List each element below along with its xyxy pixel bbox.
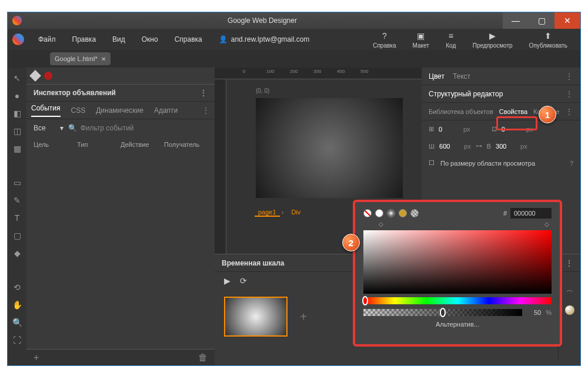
rect-tool[interactable]: ▢ bbox=[11, 230, 23, 241]
window-title: Google Web Designer bbox=[22, 16, 503, 25]
eyedropper-icon[interactable] bbox=[29, 70, 41, 82]
play-button[interactable]: ▶ bbox=[224, 276, 230, 285]
tab-color[interactable]: Цвет bbox=[429, 72, 445, 80]
menu-edit[interactable]: Правка bbox=[65, 35, 103, 43]
chevron-up-icon[interactable]: ︿ bbox=[566, 285, 573, 295]
hex-input[interactable] bbox=[510, 208, 552, 219]
code-icon: ≡ bbox=[446, 31, 456, 41]
tab-events[interactable]: События bbox=[31, 104, 61, 117]
tab-dynamic[interactable]: Динамические bbox=[96, 106, 143, 115]
tab-close-icon[interactable]: ✕ bbox=[101, 56, 106, 62]
pen-tool[interactable]: ✎ bbox=[11, 194, 23, 206]
annotation-badge-2: 2 bbox=[342, 234, 360, 251]
inspector-header: Инспектор объявлений ⋮ bbox=[26, 84, 215, 102]
help-icon: ? bbox=[379, 31, 390, 41]
code-button[interactable]: ≡Код bbox=[437, 31, 465, 49]
keyframe-thumb[interactable] bbox=[224, 297, 288, 337]
tab-text[interactable]: Текст bbox=[453, 72, 470, 80]
hue-slider[interactable] bbox=[363, 297, 552, 304]
height-value[interactable]: 300 bbox=[496, 143, 516, 150]
breadcrumb-elem[interactable]: Div bbox=[289, 209, 303, 216]
tag-tool[interactable]: ▭ bbox=[11, 177, 23, 189]
3d-tool[interactable]: ◧ bbox=[11, 107, 23, 119]
menu-view[interactable]: Вид bbox=[105, 35, 132, 43]
pos-x-value[interactable]: 0 bbox=[439, 126, 459, 133]
alpha-slider[interactable] bbox=[363, 309, 522, 316]
minimize-button[interactable]: — bbox=[503, 12, 529, 29]
layout-icon: ▣ bbox=[416, 31, 426, 41]
annotation-badge-1: 1 bbox=[539, 106, 556, 123]
tab-library[interactable]: Библиотека объектов bbox=[429, 108, 493, 115]
more-icon[interactable]: ⋮ bbox=[565, 107, 573, 116]
more-icon[interactable]: ⋮ bbox=[199, 88, 208, 98]
expand-tool[interactable]: ⛶ bbox=[11, 334, 23, 346]
alpha-value[interactable]: 50 bbox=[527, 309, 541, 316]
stage-element[interactable] bbox=[256, 98, 403, 198]
more-icon[interactable]: ⋮ bbox=[565, 258, 573, 268]
event-headers: Цель Тип Действие Получатель bbox=[26, 137, 215, 152]
swatch-none[interactable] bbox=[363, 209, 372, 217]
loop-button[interactable]: ⟳ bbox=[240, 276, 247, 285]
filter-select[interactable]: Все ▾ bbox=[34, 124, 64, 132]
pos-x-icon: ⊞ bbox=[429, 125, 434, 133]
preview-icon: ▶ bbox=[487, 31, 498, 41]
swatch-black[interactable] bbox=[387, 209, 395, 217]
rotate-tool[interactable]: ⟲ bbox=[11, 281, 23, 293]
tab-properties[interactable]: Свойства bbox=[499, 108, 527, 115]
hue-handle[interactable] bbox=[362, 296, 368, 305]
swatch-checker[interactable] bbox=[410, 209, 419, 217]
add-keyframe-button[interactable]: + bbox=[295, 308, 312, 325]
viewport-checkbox[interactable]: ☐ По размеру области просмотра ? bbox=[422, 154, 580, 172]
menu-file[interactable]: Файл bbox=[31, 35, 63, 43]
gradient-swatch[interactable] bbox=[565, 305, 574, 315]
user-email[interactable]: 👤 and.rew.lptw@gmail.com bbox=[219, 35, 310, 43]
tabbar: Google L.html* ✕ bbox=[8, 50, 580, 68]
annotation-highlight-1 bbox=[496, 116, 537, 130]
app-icon bbox=[12, 16, 22, 25]
publish-button[interactable]: ⬆Опубликовать bbox=[521, 31, 576, 49]
person-icon: 👤 bbox=[219, 35, 228, 43]
color-field[interactable] bbox=[363, 230, 552, 294]
filter-input[interactable]: 🔍 Фильтр событий bbox=[68, 124, 208, 132]
swatch-white[interactable] bbox=[375, 209, 383, 217]
breadcrumb-page[interactable]: page1 bbox=[255, 209, 280, 217]
add-event-button[interactable]: + bbox=[34, 352, 39, 363]
gradient-stop-right[interactable]: ◇ bbox=[544, 221, 549, 229]
zoom-tool[interactable]: 🔍 bbox=[11, 317, 23, 328]
color-swatch[interactable] bbox=[44, 72, 52, 80]
titlebar: Google Web Designer — ▢ ✕ bbox=[8, 12, 580, 29]
layout-button[interactable]: ▣Макет bbox=[404, 31, 437, 49]
text-tool[interactable]: T bbox=[11, 212, 23, 224]
logo-icon bbox=[12, 33, 24, 45]
more-icon[interactable]: ⋮ bbox=[565, 72, 573, 81]
help-button[interactable]: ?Справка bbox=[365, 31, 404, 49]
preview-button[interactable]: ▶Предпросмотр bbox=[465, 31, 521, 49]
trash-icon[interactable]: 🗑 bbox=[198, 352, 208, 363]
stack-tool[interactable]: ▦ bbox=[11, 143, 23, 154]
menu-help[interactable]: Справка bbox=[168, 35, 209, 43]
hand-tool[interactable]: ✋ bbox=[11, 299, 23, 311]
gradient-stop-left[interactable]: ◇ bbox=[379, 221, 383, 229]
close-button[interactable]: ✕ bbox=[554, 12, 580, 29]
maximize-button[interactable]: ▢ bbox=[529, 12, 554, 29]
tab-css[interactable]: CSS bbox=[71, 106, 86, 115]
cube-tool[interactable]: ◫ bbox=[11, 125, 23, 137]
inspector-tabs: События CSS Динамические Адапти ⋮ bbox=[26, 102, 215, 119]
more-icon[interactable]: ⋮ bbox=[565, 89, 573, 99]
fill-tool[interactable]: ◆ bbox=[11, 247, 23, 259]
swatch-gold[interactable] bbox=[399, 209, 407, 217]
help-icon[interactable]: ? bbox=[570, 160, 573, 167]
structure-label: Структурный редактор bbox=[429, 90, 503, 98]
size-row: Ш 600 px ⊶ В 300 px bbox=[422, 137, 580, 154]
width-value[interactable]: 600 bbox=[439, 143, 459, 150]
tab-adaptive[interactable]: Адапти bbox=[154, 106, 178, 115]
link-icon[interactable]: ⊶ bbox=[476, 142, 482, 150]
more-icon[interactable]: ⋮ bbox=[202, 106, 210, 115]
menu-window[interactable]: Окно bbox=[135, 35, 165, 43]
document-tab[interactable]: Google L.html* ✕ bbox=[50, 52, 111, 65]
alt-colors-button[interactable]: Альтернатив... bbox=[363, 321, 552, 328]
alpha-handle[interactable] bbox=[440, 308, 446, 317]
breadcrumb: page1 › Div bbox=[255, 209, 303, 216]
select-tool[interactable]: ↖ bbox=[11, 72, 23, 84]
shape-tool[interactable]: ● bbox=[11, 90, 23, 102]
